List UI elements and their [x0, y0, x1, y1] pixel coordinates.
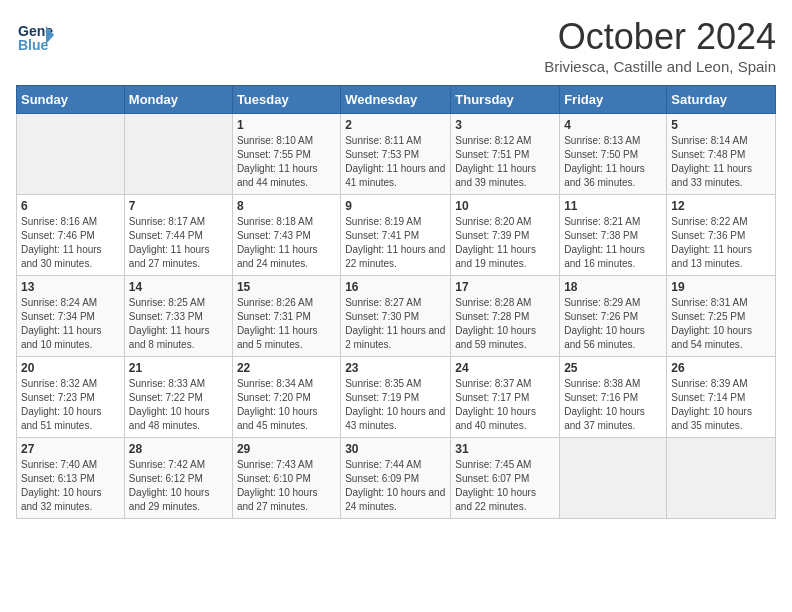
day-info: Sunrise: 8:28 AM Sunset: 7:28 PM Dayligh…: [455, 296, 555, 352]
calendar-cell: 27Sunrise: 7:40 AM Sunset: 6:13 PM Dayli…: [17, 438, 125, 519]
day-number: 21: [129, 361, 228, 375]
calendar-cell: 1Sunrise: 8:10 AM Sunset: 7:55 PM Daylig…: [232, 114, 340, 195]
calendar-cell: 6Sunrise: 8:16 AM Sunset: 7:46 PM Daylig…: [17, 195, 125, 276]
day-number: 3: [455, 118, 555, 132]
col-header-friday: Friday: [560, 86, 667, 114]
day-info: Sunrise: 8:17 AM Sunset: 7:44 PM Dayligh…: [129, 215, 228, 271]
calendar-cell: [124, 114, 232, 195]
day-number: 24: [455, 361, 555, 375]
calendar-cell: 31Sunrise: 7:45 AM Sunset: 6:07 PM Dayli…: [451, 438, 560, 519]
day-info: Sunrise: 8:24 AM Sunset: 7:34 PM Dayligh…: [21, 296, 120, 352]
calendar-cell: 17Sunrise: 8:28 AM Sunset: 7:28 PM Dayli…: [451, 276, 560, 357]
calendar-cell: 29Sunrise: 7:43 AM Sunset: 6:10 PM Dayli…: [232, 438, 340, 519]
day-number: 27: [21, 442, 120, 456]
day-info: Sunrise: 8:10 AM Sunset: 7:55 PM Dayligh…: [237, 134, 336, 190]
calendar-cell: 21Sunrise: 8:33 AM Sunset: 7:22 PM Dayli…: [124, 357, 232, 438]
calendar-cell: 24Sunrise: 8:37 AM Sunset: 7:17 PM Dayli…: [451, 357, 560, 438]
col-header-saturday: Saturday: [667, 86, 776, 114]
day-info: Sunrise: 8:11 AM Sunset: 7:53 PM Dayligh…: [345, 134, 446, 190]
day-number: 4: [564, 118, 662, 132]
day-info: Sunrise: 8:29 AM Sunset: 7:26 PM Dayligh…: [564, 296, 662, 352]
day-info: Sunrise: 8:25 AM Sunset: 7:33 PM Dayligh…: [129, 296, 228, 352]
day-number: 20: [21, 361, 120, 375]
calendar-cell: 8Sunrise: 8:18 AM Sunset: 7:43 PM Daylig…: [232, 195, 340, 276]
calendar-cell: 11Sunrise: 8:21 AM Sunset: 7:38 PM Dayli…: [560, 195, 667, 276]
calendar-cell: 3Sunrise: 8:12 AM Sunset: 7:51 PM Daylig…: [451, 114, 560, 195]
calendar-cell: 26Sunrise: 8:39 AM Sunset: 7:14 PM Dayli…: [667, 357, 776, 438]
calendar-header-row: SundayMondayTuesdayWednesdayThursdayFrid…: [17, 86, 776, 114]
calendar-cell: 5Sunrise: 8:14 AM Sunset: 7:48 PM Daylig…: [667, 114, 776, 195]
calendar-cell: 23Sunrise: 8:35 AM Sunset: 7:19 PM Dayli…: [341, 357, 451, 438]
day-info: Sunrise: 8:33 AM Sunset: 7:22 PM Dayligh…: [129, 377, 228, 433]
day-info: Sunrise: 8:22 AM Sunset: 7:36 PM Dayligh…: [671, 215, 771, 271]
calendar-cell: 9Sunrise: 8:19 AM Sunset: 7:41 PM Daylig…: [341, 195, 451, 276]
calendar-cell: 15Sunrise: 8:26 AM Sunset: 7:31 PM Dayli…: [232, 276, 340, 357]
calendar-body: 1Sunrise: 8:10 AM Sunset: 7:55 PM Daylig…: [17, 114, 776, 519]
calendar-cell: 14Sunrise: 8:25 AM Sunset: 7:33 PM Dayli…: [124, 276, 232, 357]
calendar-cell: 10Sunrise: 8:20 AM Sunset: 7:39 PM Dayli…: [451, 195, 560, 276]
calendar-week-row: 1Sunrise: 8:10 AM Sunset: 7:55 PM Daylig…: [17, 114, 776, 195]
day-info: Sunrise: 7:40 AM Sunset: 6:13 PM Dayligh…: [21, 458, 120, 514]
day-info: Sunrise: 8:19 AM Sunset: 7:41 PM Dayligh…: [345, 215, 446, 271]
col-header-wednesday: Wednesday: [341, 86, 451, 114]
calendar-cell: 30Sunrise: 7:44 AM Sunset: 6:09 PM Dayli…: [341, 438, 451, 519]
day-info: Sunrise: 8:21 AM Sunset: 7:38 PM Dayligh…: [564, 215, 662, 271]
day-info: Sunrise: 8:20 AM Sunset: 7:39 PM Dayligh…: [455, 215, 555, 271]
day-number: 31: [455, 442, 555, 456]
day-number: 23: [345, 361, 446, 375]
logo-icon: General Blue: [16, 16, 54, 54]
calendar-cell: 4Sunrise: 8:13 AM Sunset: 7:50 PM Daylig…: [560, 114, 667, 195]
calendar-cell: 12Sunrise: 8:22 AM Sunset: 7:36 PM Dayli…: [667, 195, 776, 276]
day-number: 30: [345, 442, 446, 456]
day-number: 13: [21, 280, 120, 294]
title-block: October 2024 Briviesca, Castille and Leo…: [544, 16, 776, 75]
calendar-week-row: 13Sunrise: 8:24 AM Sunset: 7:34 PM Dayli…: [17, 276, 776, 357]
day-info: Sunrise: 8:34 AM Sunset: 7:20 PM Dayligh…: [237, 377, 336, 433]
day-number: 17: [455, 280, 555, 294]
page-header: General Blue October 2024 Briviesca, Cas…: [16, 16, 776, 75]
day-number: 12: [671, 199, 771, 213]
day-info: Sunrise: 8:12 AM Sunset: 7:51 PM Dayligh…: [455, 134, 555, 190]
day-number: 16: [345, 280, 446, 294]
calendar-cell: 7Sunrise: 8:17 AM Sunset: 7:44 PM Daylig…: [124, 195, 232, 276]
day-info: Sunrise: 8:38 AM Sunset: 7:16 PM Dayligh…: [564, 377, 662, 433]
calendar-cell: 20Sunrise: 8:32 AM Sunset: 7:23 PM Dayli…: [17, 357, 125, 438]
day-number: 11: [564, 199, 662, 213]
svg-text:Blue: Blue: [18, 37, 49, 53]
day-number: 1: [237, 118, 336, 132]
day-number: 22: [237, 361, 336, 375]
day-number: 7: [129, 199, 228, 213]
day-number: 26: [671, 361, 771, 375]
day-number: 15: [237, 280, 336, 294]
day-info: Sunrise: 8:37 AM Sunset: 7:17 PM Dayligh…: [455, 377, 555, 433]
day-info: Sunrise: 8:18 AM Sunset: 7:43 PM Dayligh…: [237, 215, 336, 271]
day-number: 25: [564, 361, 662, 375]
day-info: Sunrise: 8:27 AM Sunset: 7:30 PM Dayligh…: [345, 296, 446, 352]
day-number: 18: [564, 280, 662, 294]
day-info: Sunrise: 8:35 AM Sunset: 7:19 PM Dayligh…: [345, 377, 446, 433]
day-number: 8: [237, 199, 336, 213]
calendar-cell: [560, 438, 667, 519]
col-header-tuesday: Tuesday: [232, 86, 340, 114]
col-header-monday: Monday: [124, 86, 232, 114]
calendar-cell: [17, 114, 125, 195]
col-header-sunday: Sunday: [17, 86, 125, 114]
calendar-week-row: 20Sunrise: 8:32 AM Sunset: 7:23 PM Dayli…: [17, 357, 776, 438]
day-number: 14: [129, 280, 228, 294]
day-info: Sunrise: 8:16 AM Sunset: 7:46 PM Dayligh…: [21, 215, 120, 271]
day-number: 10: [455, 199, 555, 213]
calendar-cell: 19Sunrise: 8:31 AM Sunset: 7:25 PM Dayli…: [667, 276, 776, 357]
day-number: 9: [345, 199, 446, 213]
day-info: Sunrise: 7:45 AM Sunset: 6:07 PM Dayligh…: [455, 458, 555, 514]
calendar-cell: 13Sunrise: 8:24 AM Sunset: 7:34 PM Dayli…: [17, 276, 125, 357]
day-info: Sunrise: 7:42 AM Sunset: 6:12 PM Dayligh…: [129, 458, 228, 514]
calendar-cell: [667, 438, 776, 519]
day-number: 29: [237, 442, 336, 456]
col-header-thursday: Thursday: [451, 86, 560, 114]
day-info: Sunrise: 7:44 AM Sunset: 6:09 PM Dayligh…: [345, 458, 446, 514]
day-info: Sunrise: 8:32 AM Sunset: 7:23 PM Dayligh…: [21, 377, 120, 433]
calendar-cell: 25Sunrise: 8:38 AM Sunset: 7:16 PM Dayli…: [560, 357, 667, 438]
month-title: October 2024: [544, 16, 776, 58]
logo: General Blue: [16, 16, 54, 58]
calendar-week-row: 27Sunrise: 7:40 AM Sunset: 6:13 PM Dayli…: [17, 438, 776, 519]
